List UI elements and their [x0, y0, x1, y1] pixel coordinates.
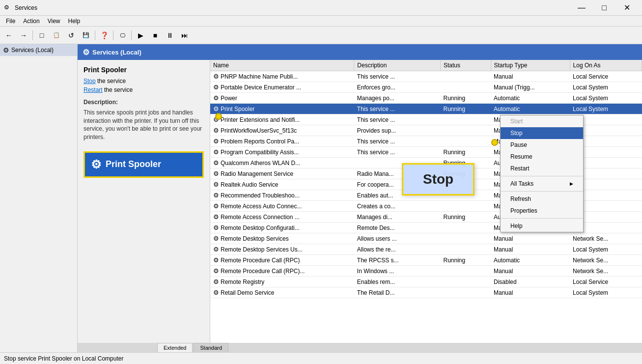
- context-menu-item-all-tasks[interactable]: All Tasks▶: [501, 178, 583, 190]
- cell-name: ⚙Remote Access Connection ...: [210, 212, 354, 223]
- table-row[interactable]: ⚙Print SpoolerThis service ...RunningAut…: [210, 104, 642, 114]
- nav-services-local[interactable]: ⚙ Services (Local): [0, 44, 77, 56]
- context-menu-item-refresh[interactable]: Refresh: [501, 193, 583, 205]
- title-bar: ⚙ Services — □ ✕: [0, 0, 642, 16]
- cell-startup: Disabled: [491, 277, 570, 287]
- table-row[interactable]: ⚙Remote Desktop Services Us...Allows the…: [210, 244, 642, 255]
- stop-link[interactable]: Stop: [84, 78, 96, 84]
- cell-name: ⚙Remote Procedure Call (RPC)...: [210, 266, 354, 277]
- table-row[interactable]: ⚙PNRP Machine Name Publi...This service …: [210, 71, 642, 82]
- cell-status: [441, 71, 491, 82]
- cell-status: Running: [441, 93, 491, 104]
- help-button[interactable]: ❓: [97, 29, 111, 42]
- table-row[interactable]: ⚙PowerManages po...RunningAutomaticLocal…: [210, 93, 642, 104]
- toolbar-sep-3: [113, 30, 113, 40]
- cell-name: ⚙Radio Management Service: [210, 168, 354, 179]
- table-row[interactable]: ⚙Remote Procedure Call (RPC)The RPCSS s.…: [210, 255, 642, 266]
- table-row[interactable]: ⚙Remote Desktop ServicesAllows users ...…: [210, 233, 642, 244]
- cell-logon: Network Se...: [570, 266, 642, 277]
- export-button[interactable]: 💾: [79, 29, 93, 42]
- properties-button[interactable]: 📋: [50, 29, 63, 42]
- description-section: Description: This service spools print j…: [84, 98, 204, 141]
- maximize-button[interactable]: □: [593, 0, 615, 16]
- cell-desc: This service ...: [354, 147, 441, 158]
- cell-name: ⚙Remote Desktop Configurati...: [210, 223, 354, 233]
- service-name-title: Print Spooler: [84, 66, 204, 74]
- annotation-dot-2: [491, 139, 498, 146]
- context-menu-item-help[interactable]: Help: [501, 220, 583, 232]
- tab-standard[interactable]: Standard: [194, 343, 228, 352]
- header-icon: ⚙: [83, 48, 89, 57]
- window-title: Services: [15, 4, 570, 11]
- context-menu-item-stop[interactable]: Stop: [501, 127, 583, 139]
- cell-status: [441, 114, 491, 125]
- cell-name: ⚙Program Compatibility Assis...: [210, 147, 354, 158]
- cell-startup: Manual: [491, 233, 570, 244]
- right-header: ⚙ Services (Local): [78, 44, 642, 60]
- cell-desc: This service ...: [354, 114, 441, 125]
- cell-status: [441, 266, 491, 277]
- spooler-box-label: Print Spooler: [106, 159, 161, 169]
- table-row[interactable]: ⚙Retail Demo ServiceThe Retail D...Manua…: [210, 287, 642, 298]
- cell-logon: Local Service: [570, 277, 642, 287]
- col-startup[interactable]: Startup Type: [491, 60, 570, 71]
- col-status[interactable]: Status: [441, 60, 491, 71]
- table-row[interactable]: ⚙Portable Device Enumerator ...Enforces …: [210, 82, 642, 93]
- play-button[interactable]: ▶: [134, 29, 147, 42]
- refresh-button[interactable]: ↺: [64, 29, 78, 42]
- cell-desc: Allows users ...: [354, 233, 441, 244]
- cell-status: [441, 82, 491, 93]
- context-menu-item-restart[interactable]: Restart: [501, 163, 583, 174]
- context-menu-item-pause[interactable]: Pause: [501, 139, 583, 151]
- menu-file[interactable]: File: [2, 17, 19, 26]
- toolbar: ← → □ 📋 ↺ 💾 ❓ 🖵 ▶ ■ ⏸ ⏭: [0, 27, 642, 44]
- col-desc[interactable]: Description: [354, 60, 441, 71]
- cell-startup: Manual: [491, 244, 570, 255]
- cell-name: ⚙Problem Reports Control Pa...: [210, 136, 354, 147]
- spooler-box: ⚙ Print Spooler: [84, 151, 204, 178]
- spooler-box-icon: ⚙: [91, 158, 102, 171]
- cell-desc: Manages di...: [354, 212, 441, 223]
- annotation-dot-1: [215, 113, 222, 120]
- cell-status: Running: [441, 212, 491, 223]
- right-panel: ⚙ Services (Local) Print Spooler Stop th…: [78, 44, 642, 352]
- context-menu-item-resume[interactable]: Resume: [501, 151, 583, 163]
- stop-service-line: Stop the service: [84, 78, 204, 84]
- restart-link[interactable]: Restart: [84, 86, 103, 93]
- status-bar: Stop service Print Spooler on Local Comp…: [0, 352, 642, 364]
- cell-name: ⚙Remote Access Auto Connec...: [210, 201, 354, 212]
- description-body: This service spools print jobs and handl…: [84, 109, 204, 141]
- cell-name: ⚙Remote Desktop Services Us...: [210, 244, 354, 255]
- minimize-button[interactable]: —: [570, 0, 593, 16]
- cell-desc: The Retail D...: [354, 287, 441, 298]
- cell-name: ⚙Qualcomm Atheros WLAN D...: [210, 158, 354, 168]
- tab-extended[interactable]: Extended: [157, 343, 193, 352]
- table-container: Name Description Status Startup Type Log…: [210, 60, 642, 343]
- tabs-bar: Extended Standard: [78, 343, 642, 352]
- left-panel: ⚙ Services (Local): [0, 44, 78, 352]
- pause-button[interactable]: ⏸: [163, 29, 177, 42]
- cell-name: ⚙Remote Registry: [210, 277, 354, 287]
- cell-name: ⚙Realtek Audio Service: [210, 179, 354, 190]
- cell-logon: Local System: [570, 287, 642, 298]
- forward-button[interactable]: →: [17, 29, 30, 42]
- restart-button[interactable]: ⏭: [178, 29, 192, 42]
- cell-name: ⚙Print Spooler: [210, 104, 354, 114]
- console-button[interactable]: 🖵: [115, 29, 129, 42]
- table-row[interactable]: ⚙Remote Procedure Call (RPC)...In Window…: [210, 266, 642, 277]
- cell-desc: This service ...: [354, 136, 441, 147]
- menu-help[interactable]: Help: [64, 17, 84, 26]
- menu-view[interactable]: View: [44, 17, 64, 26]
- stop-button[interactable]: ■: [148, 29, 162, 42]
- col-name[interactable]: Name: [210, 60, 354, 71]
- table-row[interactable]: ⚙Remote RegistryEnables rem...DisabledLo…: [210, 277, 642, 287]
- context-menu-item-properties[interactable]: Properties: [501, 205, 583, 217]
- cell-startup: Manual (Trigg...: [491, 82, 570, 93]
- menu-action[interactable]: Action: [19, 17, 43, 26]
- back-button[interactable]: ←: [2, 29, 16, 42]
- cell-status: [441, 125, 491, 136]
- app-icon: ⚙: [4, 4, 12, 12]
- close-button[interactable]: ✕: [615, 0, 638, 16]
- show-hide-button[interactable]: □: [35, 29, 49, 42]
- col-logon[interactable]: Log On As: [570, 60, 642, 71]
